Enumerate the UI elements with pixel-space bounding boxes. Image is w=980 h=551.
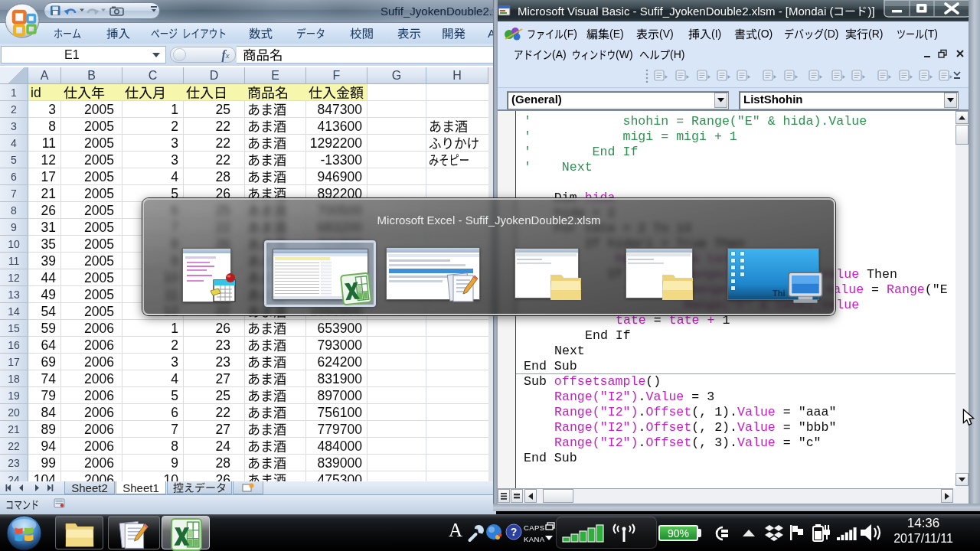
svg-text:?: ? <box>511 526 518 538</box>
